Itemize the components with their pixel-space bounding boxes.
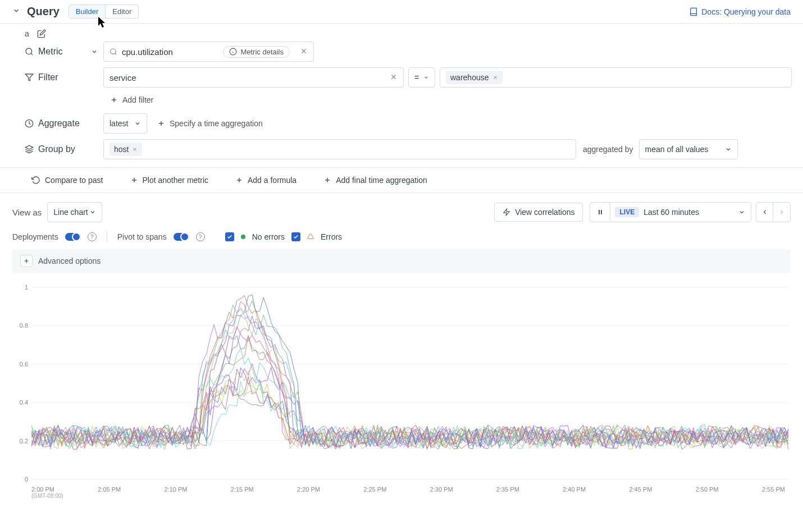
view-correlations-button[interactable]: View correlations — [494, 203, 583, 222]
svg-point-0 — [26, 48, 32, 54]
pause-button[interactable] — [590, 203, 610, 222]
svg-marker-19 — [25, 145, 33, 149]
metric-dropdown[interactable]: Metric — [25, 47, 103, 57]
svg-marker-28 — [504, 209, 510, 215]
svg-line-1 — [31, 53, 33, 55]
aggregate-label-row: Aggregate — [25, 118, 103, 129]
pivot-help-icon[interactable]: ? — [196, 232, 205, 241]
plot-another-metric-button[interactable]: Plot another metric — [130, 176, 209, 185]
advanced-label: Advanced options — [38, 256, 101, 265]
aggregated-by-label: aggregated by — [583, 145, 633, 154]
group-by-tag: host — [110, 143, 142, 156]
svg-point-2 — [111, 49, 116, 54]
filter-op: = — [414, 73, 419, 82]
line-chart[interactable]: 00.20.40.60.81 — [12, 283, 791, 485]
chevron-down-icon — [423, 75, 429, 80]
info-icon — [229, 48, 237, 56]
specify-time-aggregation-button[interactable]: Specify a time aggregation — [157, 119, 263, 128]
chevron-right-icon — [778, 209, 785, 215]
docs-link[interactable]: Docs: Querying your data — [689, 7, 791, 16]
svg-marker-9 — [25, 74, 33, 81]
filter-icon — [25, 73, 34, 82]
metric-details-button[interactable]: Metric details — [223, 46, 290, 58]
time-prev-button[interactable] — [756, 203, 773, 222]
svg-rect-29 — [599, 210, 600, 214]
svg-text:0.6: 0.6 — [20, 361, 28, 368]
clear-metric-icon[interactable] — [300, 47, 308, 57]
time-range-text[interactable]: Last 60 minutes — [644, 208, 733, 217]
plus-icon — [110, 96, 118, 104]
clock-icon — [25, 119, 34, 128]
chevron-down-icon — [134, 120, 141, 127]
errors-checkbox[interactable] — [291, 232, 300, 241]
live-badge: LIVE — [615, 207, 639, 217]
filter-value-tag: warehouse — [446, 71, 503, 84]
deployments-toggle[interactable] — [65, 233, 81, 241]
svg-text:0: 0 — [25, 476, 28, 483]
section-title: Query — [27, 5, 60, 18]
add-formula-button[interactable]: Add a formula — [235, 176, 296, 185]
view-as-label: View as — [12, 208, 42, 217]
metric-value: cpu.utilization — [122, 47, 173, 57]
tab-editor[interactable]: Editor — [106, 5, 138, 18]
check-icon — [293, 234, 299, 240]
chevron-down-icon — [725, 146, 732, 153]
search-icon — [110, 48, 117, 56]
deployments-help-icon[interactable]: ? — [88, 232, 97, 241]
chevron-down-icon — [89, 209, 96, 215]
bolt-icon — [503, 208, 510, 216]
aggregate-select[interactable]: latest — [103, 113, 147, 134]
filter-label-row: Filter — [25, 72, 103, 82]
plus-icon — [323, 176, 331, 184]
remove-filter-value-icon[interactable] — [492, 73, 498, 82]
pause-icon — [597, 209, 604, 215]
errors-label: Errors — [321, 232, 342, 241]
plus-icon — [23, 258, 30, 264]
time-range-picker: LIVE Last 60 minutes — [590, 202, 751, 222]
time-next-button[interactable] — [773, 203, 790, 222]
metric-input[interactable]: cpu.utilization Metric details — [103, 42, 314, 62]
plus-icon — [130, 176, 138, 184]
group-by-input[interactable]: host — [103, 139, 576, 159]
svg-text:0.2: 0.2 — [20, 438, 28, 444]
errors-triangle-icon — [307, 232, 314, 241]
filter-value-input[interactable]: warehouse — [440, 67, 792, 88]
no-errors-checkbox[interactable] — [225, 232, 234, 241]
svg-text:1: 1 — [25, 284, 28, 291]
collapse-chevron-icon[interactable] — [12, 7, 20, 16]
chevron-down-icon — [91, 48, 98, 55]
advanced-options-row[interactable]: Advanced options — [12, 249, 791, 273]
deployments-label: Deployments — [12, 232, 58, 241]
filter-key-input[interactable]: service — [103, 67, 404, 88]
x-axis-labels: 2:00 PM2:05 PM2:10 PM2:15 PM2:20 PM2:25 … — [12, 485, 791, 493]
edit-query-icon[interactable] — [35, 27, 48, 42]
advanced-expand-icon[interactable] — [20, 255, 33, 267]
add-final-time-agg-button[interactable]: Add final time aggregation — [323, 176, 427, 185]
view-as-select[interactable]: Line chart — [47, 202, 102, 222]
plus-icon — [235, 176, 243, 184]
add-filter-button[interactable]: Add filter — [103, 93, 792, 107]
svg-rect-30 — [601, 210, 602, 214]
layers-icon — [25, 145, 34, 154]
pivot-toggle[interactable] — [174, 233, 189, 241]
divider — [107, 231, 107, 242]
compare-to-past-button[interactable]: Compare to past — [31, 176, 103, 185]
plus-icon — [157, 120, 165, 127]
filter-operator-select[interactable]: = — [408, 67, 435, 88]
chevron-down-icon — [738, 209, 745, 215]
history-icon — [31, 176, 40, 185]
aggregated-by-select[interactable]: mean of all values — [639, 139, 738, 159]
tab-builder[interactable]: Builder — [69, 5, 106, 18]
remove-group-by-icon[interactable] — [132, 145, 138, 154]
clear-filter-key-icon[interactable] — [390, 73, 398, 82]
no-errors-label: No errors — [252, 232, 285, 241]
group-by-label-row: Group by — [25, 144, 103, 154]
time-range-chevron[interactable] — [733, 203, 751, 222]
svg-line-3 — [115, 53, 117, 55]
no-errors-dot-icon — [241, 235, 245, 239]
chevron-left-icon — [761, 209, 768, 215]
docs-link-text: Docs: Querying your data — [701, 7, 791, 16]
metric-label: Metric — [38, 47, 63, 57]
time-nav-buttons — [756, 202, 791, 222]
filter-key-value: service — [110, 73, 384, 82]
